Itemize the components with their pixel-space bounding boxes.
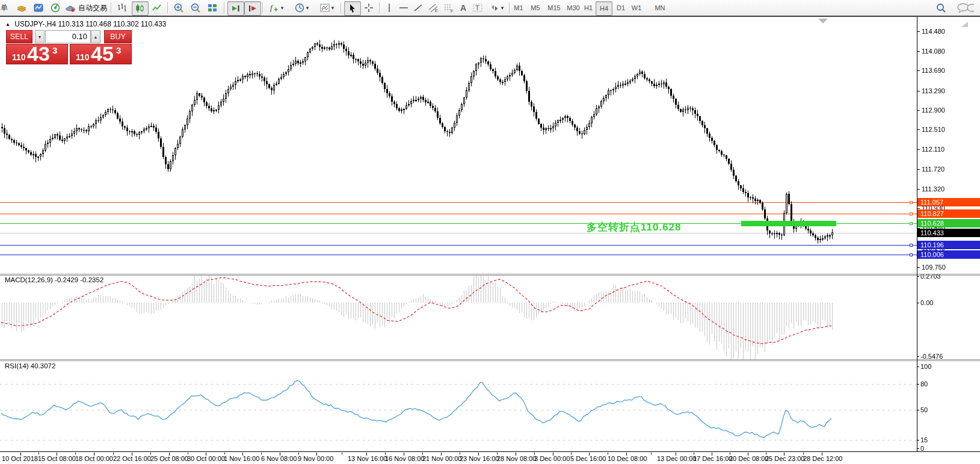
rsi-label: RSI(14) 40.3072 — [5, 362, 55, 370]
auto-scroll-button[interactable] — [227, 1, 244, 16]
line-handle[interactable] — [910, 222, 913, 225]
autotrading-label: 自动交易 — [77, 1, 108, 14]
line-handle[interactable] — [910, 253, 913, 256]
rsi-panel-canvas[interactable] — [0, 361, 917, 451]
chart-shift-icon — [247, 3, 258, 14]
dropdown-arrow-icon[interactable]: ▾ — [281, 5, 284, 11]
zoom-in-icon — [173, 2, 184, 13]
price-tick-label: 114.080 — [922, 48, 945, 55]
horizontal-line-button[interactable] — [397, 1, 410, 14]
fibonacci-button[interactable]: F — [442, 1, 456, 14]
line-handle[interactable] — [910, 201, 913, 204]
line-handle[interactable] — [910, 244, 913, 247]
timeframe-button-mn[interactable]: MN — [652, 1, 668, 14]
cursor-button[interactable] — [344, 1, 361, 16]
candlestick-chart-button[interactable] — [132, 1, 149, 16]
new-order-button[interactable]: 单 — [0, 1, 8, 14]
gold-bar-button[interactable] — [14, 1, 29, 14]
autotrading-button[interactable] — [64, 1, 77, 14]
arrows-button[interactable]: ▾ — [486, 1, 507, 14]
rsi-scale-label: 100 — [920, 363, 931, 370]
price-level-label-110.827: 110.827 — [917, 209, 980, 218]
toolbar-separator — [341, 2, 342, 13]
gold-bar-icon — [16, 2, 27, 13]
chat-button[interactable] — [953, 1, 977, 14]
time-tick-minor — [497, 453, 498, 454]
timeframe-button-h1[interactable]: H1 — [581, 1, 596, 14]
sell-price-button[interactable]: 110 43 3 — [6, 44, 68, 64]
rsi-scale-label: 15 — [920, 436, 928, 444]
timeframe-button-w1[interactable]: W1 — [629, 1, 644, 14]
price-level-label-110.196: 110.196 — [917, 241, 980, 249]
dropdown-arrow-icon[interactable]: ▾ — [306, 5, 309, 11]
indicators-button[interactable]: f+ ▾ — [266, 1, 286, 14]
channel-button[interactable]: E — [426, 1, 440, 14]
price-level-label-110.628: 110.628 — [917, 219, 980, 227]
signal-button[interactable] — [48, 1, 63, 14]
timeframe-button-m5[interactable]: M5 — [528, 1, 543, 14]
collapse-arrow-icon[interactable]: ▲ — [5, 22, 10, 27]
timeframe-label: M1 — [514, 4, 523, 11]
panel-separator[interactable] — [0, 274, 980, 274]
timeframe-button-h4[interactable]: H4 — [596, 1, 612, 16]
toolbar-separator — [167, 2, 168, 13]
price-tick-label: 111.720 — [922, 165, 945, 173]
time-label: 28 Dec 12:00 — [803, 455, 842, 462]
volume-input[interactable]: 0.10 — [45, 30, 91, 43]
buy-header-button[interactable]: BUY — [104, 30, 132, 43]
crosshair-button[interactable] — [361, 1, 377, 14]
time-tick-minor — [534, 453, 535, 454]
bar-chart-button[interactable] — [114, 1, 130, 14]
label-button[interactable]: T — [470, 1, 485, 14]
macd-panel-canvas[interactable] — [0, 275, 917, 359]
zoom-out-button[interactable] — [188, 1, 203, 14]
volume-down-button[interactable]: ▼ — [35, 30, 45, 43]
tile-windows-button[interactable] — [205, 1, 220, 14]
volume-up-button[interactable]: ▲ — [91, 30, 100, 43]
svg-text:T: T — [475, 4, 479, 11]
zoom-in-button[interactable] — [171, 1, 186, 14]
buy-price-button[interactable]: 110 45 3 — [70, 44, 132, 64]
label-icon: T — [472, 2, 483, 13]
support-resistance-bar[interactable] — [741, 221, 836, 226]
vertical-line-button[interactable] — [383, 1, 396, 14]
timeframe-button-d1[interactable]: D1 — [614, 1, 628, 14]
price-chart-canvas[interactable] — [0, 17, 917, 274]
search-button[interactable] — [934, 1, 948, 14]
trendline-button[interactable] — [411, 1, 425, 14]
buy-price-pips: 45 — [91, 44, 114, 64]
text-button[interactable]: A — [457, 1, 469, 14]
time-label: 3 Dec 00:00 — [534, 455, 570, 462]
dropdown-arrow-icon[interactable]: ▾ — [501, 5, 504, 11]
toolbar-separator — [379, 2, 380, 13]
time-tick-minor — [224, 453, 225, 454]
buy-label: BUY — [110, 32, 126, 41]
time-tick-minor — [298, 453, 299, 454]
timeframe-button-m15[interactable]: M15 — [545, 1, 563, 14]
time-tick — [712, 453, 712, 456]
price-level-label-110.006: 110.006 — [917, 250, 980, 259]
panel-separator[interactable] — [0, 359, 980, 360]
time-label: 9 Nov 00:00 — [298, 455, 333, 462]
time-tick — [206, 453, 206, 456]
line-handle[interactable] — [910, 212, 913, 215]
chart-shift-marker-icon[interactable] — [818, 19, 828, 23]
chart-shift-button[interactable] — [244, 1, 261, 16]
time-tick — [626, 453, 627, 456]
market-chart-button[interactable] — [31, 1, 46, 14]
timeframe-button-m1[interactable]: M1 — [511, 1, 526, 14]
line-chart-button[interactable] — [149, 1, 165, 14]
time-tick — [441, 453, 442, 456]
buy-price-point: 3 — [116, 45, 121, 55]
macd-scale-label: 0.00 — [920, 299, 933, 306]
time-label: 1 Nov 16:00 — [224, 455, 259, 462]
dropdown-arrow-icon[interactable]: ▾ — [331, 5, 334, 11]
time-label: 13 Nov 16:00 — [348, 455, 387, 462]
timeframe-button-m30[interactable]: M30 — [564, 1, 582, 14]
templates-button[interactable]: ▾ — [316, 1, 337, 14]
time-tick — [20, 453, 21, 456]
sell-header-button[interactable]: SELL — [6, 30, 32, 43]
time-label: 22 Oct 16:00 — [113, 455, 151, 462]
periods-button[interactable]: ▾ — [291, 1, 312, 14]
time-label: 25 Dec 23:00 — [765, 455, 804, 462]
